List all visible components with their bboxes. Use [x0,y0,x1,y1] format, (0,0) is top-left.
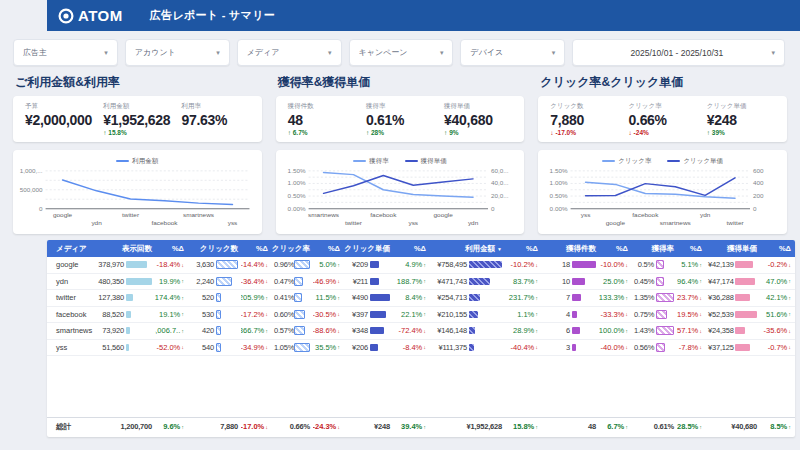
cell-ctr: 0.57% [271,323,313,339]
cell-clicksD: -14.4%↓ [241,257,271,273]
arrow-down-icon: ↓ [788,262,791,268]
column-header-cv[interactable]: 獲得件数 [541,240,599,257]
cell-cvD: 133.3%↑ [599,290,631,306]
cell-cpc: ¥397 [343,307,393,323]
media-name: ydn [47,274,93,290]
arrow-up-icon: ↑ [423,278,426,284]
filter-account[interactable]: アカウント ▾ [125,39,230,66]
arrow-down-icon: ↓ [788,344,791,350]
imp-bar [126,327,130,334]
filter-campaign[interactable]: キャンペーン ▾ [349,39,454,66]
legend-label: クリック率 [618,157,651,166]
cell-clicksD: -17.2%↓ [241,307,271,323]
svg-text:facebook: facebook [633,212,660,219]
column-header-cost[interactable]: 利用金額▼ [429,240,505,257]
total-imp: 1,200,700 [93,418,155,435]
filter-advertiser[interactable]: 広告主 ▾ [13,39,118,66]
svg-text:0: 0 [39,205,43,212]
column-header-media[interactable]: メディア [47,240,93,257]
table-row-ydn[interactable]: ydn480,35019.9%↑2,240-36.4%↓0.47%-46.9%↓… [47,274,795,291]
column-header-cpa[interactable]: 獲得単価 [705,240,760,257]
cell-cpa: ¥36,288 [705,290,760,306]
legend-item[interactable]: クリック率 [602,157,651,166]
column-header-cpcD[interactable]: %Δ [393,240,429,257]
svg-text:0: 0 [491,205,495,212]
filter-media[interactable]: メディア ▾ [237,39,342,66]
total-clicks: 7,880 [187,418,241,435]
cell-cpcD: -8.4%↓ [393,340,429,356]
legend-item[interactable]: 利用金額 [116,157,158,166]
column-header-cvr[interactable]: 獲得率 [631,240,677,257]
filter-campaign-label: キャンペーン [359,47,440,58]
cell-cvr: 0.56% [631,340,677,356]
filter-device[interactable]: デバイス ▾ [460,39,565,66]
cell-cv: 18 [541,257,599,273]
arrow-down-icon: ↓ [699,311,702,317]
arrow-up-icon: ↑ [181,328,184,334]
svg-text:200: 200 [753,192,764,199]
legend-item[interactable]: クリック単価 [667,157,723,166]
cell-cpaD: 42.1%↑ [760,290,794,306]
total-cvr: 0.61% [631,418,677,435]
cv-bar [572,311,577,318]
arrow-down-icon: ↓ [337,278,340,284]
column-header-imp[interactable]: 表示回数 [93,240,155,257]
arrow-down-icon: ↓ [535,344,538,350]
cell-cpcD: -72.4%↓ [393,323,429,339]
cell-ctr: 1.05% [271,340,313,356]
media-name: smartnews [47,323,93,339]
legend-item[interactable]: 獲得単価 [405,157,447,166]
cpc-bar [370,294,390,301]
column-header-costD[interactable]: %Δ [505,240,541,257]
cv-bar [572,278,585,285]
cell-cpa: ¥37,125 [705,340,760,356]
cell-clicks: 530 [187,307,241,323]
column-header-ctr[interactable]: クリック率 [271,240,313,257]
arrow-up-icon: ↑ [699,262,702,268]
svg-text:20,0...: 20,0... [491,192,509,199]
column-header-clicksD[interactable]: %Δ [241,240,271,257]
cpc-bar [370,344,378,351]
kpi-card-cost-usage: 予算¥2,000,000利用金額¥1,952,628↑ 15.8%利用率97.6… [13,96,262,142]
column-header-ctrD[interactable]: %Δ [313,240,343,257]
date-range-picker[interactable]: 2025/10/01 - 2025/10/31 ▾ [572,39,785,66]
cell-cvr: 0.75% [631,307,677,323]
arrow-down-icon: ↓ [337,328,340,334]
cell-cvrD: 5.1%↑ [677,257,705,273]
cost-bar [469,278,490,285]
imp-bar [126,278,152,285]
table-row-yss[interactable]: yss51,560-52.0%↓540-34.9%↓1.05%35.5%↑¥20… [47,340,795,357]
column-header-cpaD[interactable]: %Δ [760,240,794,257]
legend-item[interactable]: 獲得率 [353,157,389,166]
table-row-smartnews[interactable]: smartnews73,9204,006.7..↑420366.7%↑0.57%… [47,323,795,340]
arrow-down-icon: ↓ [265,311,268,317]
atom-logo: ATOM [58,7,123,24]
column-header-cvrD[interactable]: %Δ [677,240,705,257]
kpi-metric: 予算¥2,000,000 [25,102,103,142]
svg-text:smartnews: smartnews [183,212,214,219]
column-header-clicks[interactable]: クリック数 [187,240,241,257]
column-header-cpc[interactable]: クリック単価 [343,240,393,257]
column-header-impD[interactable]: %Δ [155,240,187,257]
table-row-twitter[interactable]: twitter127,380174.4%↑520205.9%↑0.41%11.5… [47,290,795,307]
section-click: クリック率&クリック単価 クリック数7,880↓ -17.0%クリック率0.66… [538,74,787,234]
column-header-cvD[interactable]: %Δ [599,240,631,257]
cell-cpaD: -0.7%↓ [760,340,794,356]
cvr-bar [656,343,665,352]
cell-ctrD: 35.5%↑ [313,340,343,356]
table-row-google[interactable]: google378,970-18.4%↓3,630-14.4%↓0.96%5.0… [47,257,795,274]
filter-device-label: デバイス [470,47,551,58]
chevron-down-icon: ▾ [216,49,220,57]
total-label: 総計 [47,418,93,435]
arrow-down-icon: ↓ [337,424,340,430]
cell-costD: 83.7%↑ [505,274,541,290]
cell-cvD: 100.0%↑ [599,323,631,339]
chart-legend: 獲得率獲得単価 [278,156,523,166]
svg-text:0.00%: 0.00% [550,205,568,212]
svg-text:twitter: twitter [727,219,744,226]
table-row-facebook[interactable]: facebook88,52019.1%↑530-17.2%↓0.60%-30.5… [47,307,795,324]
arrow-up-icon: ↑ [699,278,702,284]
cell-costD: -10.2%↓ [505,257,541,273]
clicks-bar [216,277,232,286]
svg-text:0: 0 [753,205,757,212]
